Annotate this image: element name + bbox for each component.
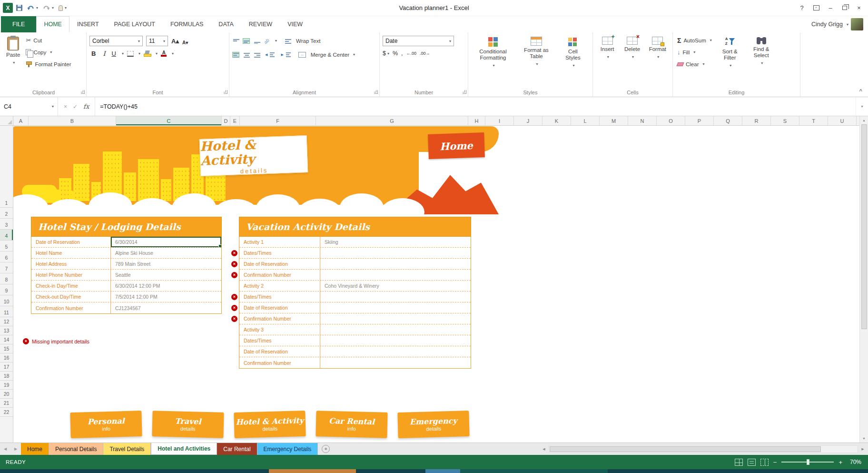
scroll-down-button[interactable]: ▼ — [860, 434, 868, 443]
cell-label[interactable]: Hotel Name — [31, 248, 111, 258]
cell-label[interactable]: Date of Reservation — [239, 259, 320, 269]
cell-label[interactable]: Check-out Day/Time — [31, 292, 111, 302]
column-header-a[interactable]: A — [13, 116, 29, 125]
autosum-button[interactable]: ΣAutoSum▾ — [676, 35, 713, 45]
fill-color-button[interactable] — [144, 50, 151, 57]
excel-logo-icon[interactable]: X — [3, 3, 13, 13]
font-color-button[interactable]: A — [161, 50, 167, 57]
ribbon-tab-view[interactable]: VIEW — [280, 16, 310, 32]
worksheet[interactable]: ABCDEFGHIJKLMNOPQRSTU 123456789101112131… — [0, 116, 868, 443]
sheet-tab-hotel-and-activities[interactable]: Hotel and Activities — [151, 443, 217, 455]
increase-decimal-button[interactable]: ←.00 — [406, 51, 417, 56]
sheet-nav-left-button[interactable]: ◀ — [0, 443, 10, 455]
vertical-scrollbar[interactable]: ▲ ▼ — [859, 116, 868, 443]
font-name-select[interactable]: Corbel▾ — [89, 36, 143, 46]
cell-label[interactable]: Date of Reservation — [31, 237, 111, 247]
cell-label[interactable]: Confirmation Number — [239, 270, 320, 280]
cell-label[interactable]: Activity 1 — [239, 237, 320, 247]
copy-button[interactable]: Copy▾ — [24, 47, 72, 57]
cell-value[interactable]: Seattle — [111, 270, 221, 280]
cell-label[interactable]: Activity 2 — [239, 281, 320, 291]
row-header-8[interactable]: 8 — [0, 273, 13, 284]
redo-button[interactable]: ▾ — [41, 4, 55, 12]
ribbon-tab-page-layout[interactable]: PAGE LAYOUT — [107, 16, 163, 32]
user-avatar[interactable] — [851, 18, 863, 30]
increase-indent-button[interactable]: ▶ — [279, 50, 292, 60]
zoom-in-button[interactable]: + — [838, 459, 842, 466]
scroll-right-button[interactable]: ▶ — [858, 445, 867, 453]
normal-view-button[interactable] — [735, 459, 743, 466]
align-middle-button[interactable] — [243, 38, 250, 44]
cell-value[interactable]: CJ1234567 — [111, 302, 221, 313]
zoom-slider-thumb[interactable] — [807, 459, 809, 465]
cell-value[interactable] — [320, 324, 471, 335]
restore-button[interactable] — [838, 2, 852, 14]
row-header-22[interactable]: 22 — [0, 408, 13, 417]
nav-button-car-rental-info[interactable]: Car Rentalinfo — [316, 411, 387, 438]
percent-style-button[interactable]: % — [393, 50, 398, 57]
column-header-g[interactable]: G — [316, 116, 468, 125]
cell-value[interactable]: 789 Main Street — [111, 259, 221, 269]
row-header-21[interactable]: 21 — [0, 399, 13, 408]
cell-label[interactable]: Date of Reservation — [239, 346, 320, 357]
column-header-i[interactable]: I — [485, 116, 514, 125]
cell-label[interactable]: Confirmation Number — [239, 313, 320, 324]
format-as-table-button[interactable]: Format as Table ▾ — [517, 34, 556, 68]
cell-value[interactable] — [320, 302, 471, 313]
zoom-slider[interactable] — [781, 462, 834, 463]
close-button[interactable]: × — [852, 2, 866, 14]
paste-button[interactable]: Paste ▾ — [4, 34, 22, 67]
column-header-e[interactable]: E — [230, 116, 240, 125]
dialog-launcher-icon[interactable] — [224, 90, 227, 94]
format-painter-button[interactable]: Format Painter — [24, 59, 72, 69]
row-header-16[interactable]: 16 — [0, 353, 13, 362]
row-header-20[interactable]: 20 — [0, 390, 13, 399]
enter-button[interactable]: ✓ — [73, 103, 78, 110]
italic-button[interactable]: I — [101, 50, 107, 57]
formula-input[interactable]: =TODAY()+45 — [95, 97, 856, 116]
decrease-font-size-button[interactable]: A▾ — [182, 40, 188, 46]
row-header-9[interactable]: 9 — [0, 284, 13, 295]
ribbon-display-options-button[interactable]: ^ — [809, 2, 823, 14]
find-select-button[interactable]: Find & Select ▾ — [747, 34, 776, 67]
scroll-left-button[interactable]: ◀ — [540, 445, 548, 453]
bold-button[interactable]: B — [89, 50, 98, 57]
collapse-ribbon-button[interactable]: ^ — [859, 88, 862, 94]
cell-value[interactable]: 6/30/2014 12:00 PM — [111, 281, 221, 291]
row-header-2[interactable]: 2 — [0, 208, 13, 219]
row-header-13[interactable]: 13 — [0, 326, 13, 335]
undo-button[interactable]: ▾ — [26, 4, 39, 12]
sheet-tab-home[interactable]: Home — [21, 443, 49, 455]
save-button[interactable] — [15, 4, 24, 12]
conditional-formatting-button[interactable]: Conditional Formatting ▾ — [471, 34, 515, 70]
ribbon-tab-review[interactable]: REVIEW — [241, 16, 280, 32]
selected-cell[interactable]: 6/30/2014 — [111, 237, 221, 247]
row-header-10[interactable]: 10 — [0, 295, 13, 306]
cell-value[interactable] — [320, 357, 471, 368]
cell-label[interactable]: Confirmation Number — [31, 302, 111, 313]
cell-value[interactable] — [320, 313, 471, 324]
page-break-view-button[interactable] — [760, 459, 769, 466]
ribbon-tab-data[interactable]: DATA — [211, 16, 241, 32]
name-box[interactable]: C4▾ — [0, 97, 58, 116]
dialog-launcher-icon[interactable] — [374, 90, 378, 94]
scroll-up-button[interactable]: ▲ — [860, 116, 868, 124]
column-header-n[interactable]: N — [628, 116, 657, 125]
horizontal-scrollbar[interactable]: ◀ ▶ — [540, 443, 868, 455]
cell-value[interactable]: Coho Vineyard & Winery — [320, 281, 471, 291]
ribbon-tab-home[interactable]: HOME — [36, 16, 69, 32]
sheet-tab-car-rental[interactable]: Car Rental — [217, 443, 257, 455]
cell-label[interactable]: Date of Reservation — [239, 302, 320, 313]
dialog-launcher-icon[interactable] — [81, 90, 85, 94]
column-header-b[interactable]: B — [29, 116, 116, 125]
row-header-15[interactable]: 15 — [0, 344, 13, 353]
column-header-c[interactable]: C — [116, 116, 222, 125]
decrease-decimal-button[interactable]: .00→ — [420, 51, 430, 56]
number-format-select[interactable]: Date▾ — [383, 36, 454, 46]
wrap-text-button[interactable]: Wrap Text — [295, 36, 322, 46]
row-header-12[interactable]: 12 — [0, 317, 13, 326]
row-header-5[interactable]: 5 — [0, 241, 13, 252]
cell-value[interactable] — [320, 248, 471, 258]
comma-style-button[interactable]: , — [401, 50, 403, 57]
zoom-level[interactable]: 70% — [847, 459, 861, 465]
